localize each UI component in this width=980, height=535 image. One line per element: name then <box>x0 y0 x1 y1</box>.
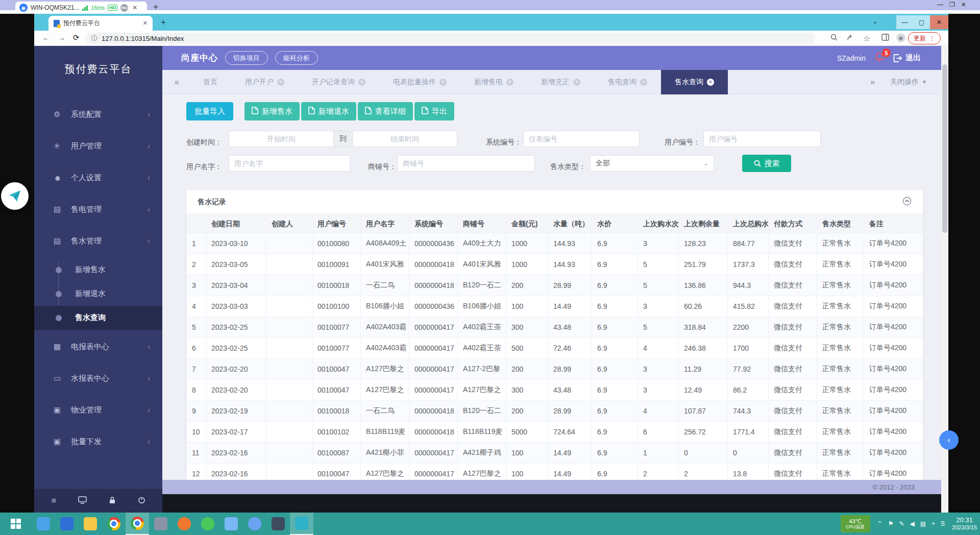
table-row[interactable]: 82023-02-2000100047A127巴黎之0000000417A127… <box>187 380 923 401</box>
table-row[interactable]: 122023-02-1600100047A127巴黎之0000000417A12… <box>187 464 923 480</box>
collapse-panel-icon[interactable] <box>902 197 912 208</box>
taskbar-chrome-icon[interactable] <box>102 513 126 535</box>
taskbar-todesk-icon[interactable] <box>290 513 313 535</box>
sidebar-item-售水管理[interactable]: ▤售水管理‹ <box>34 225 162 257</box>
start-button[interactable] <box>0 513 32 535</box>
taskbar-photos-icon[interactable] <box>219 513 243 535</box>
button-查看详细[interactable]: 查看详细 <box>358 102 413 120</box>
table-row[interactable]: 32023-03-0400100018一石二鸟0000000418B120一石二… <box>187 275 923 296</box>
tab-首页[interactable]: 首页 <box>189 70 231 94</box>
tab-用户开户[interactable]: 用户开户✕ <box>231 70 298 94</box>
rdp-new-tab-button[interactable]: + <box>153 2 158 12</box>
button-新增售水[interactable]: 新增售水 <box>244 102 300 120</box>
notification-bell-icon[interactable]: 5 <box>875 52 884 64</box>
rdp-session-tab[interactable]: ◉ WIN-OQMSK21... 16ms HD RU ✕ <box>15 2 147 14</box>
shop-no-input[interactable] <box>397 155 535 172</box>
tab-close-icon[interactable]: ✕ <box>573 79 580 86</box>
sidebar-subitem-新增退水[interactable]: 新增退水 <box>34 282 162 306</box>
tab-售电查询[interactable]: 售电查询✕ <box>594 70 661 94</box>
tab-close-icon[interactable]: ✕ <box>640 79 647 86</box>
site-info-icon[interactable]: ⓘ <box>91 34 97 43</box>
share-icon[interactable] <box>847 34 854 42</box>
browser-restore-button[interactable]: ▢ <box>913 15 930 29</box>
end-time-input[interactable] <box>352 131 457 147</box>
new-tab-button[interactable]: + <box>161 17 166 28</box>
button-批量导入[interactable]: 批量导入 <box>186 102 233 120</box>
sidebar-subitem-新增售水[interactable]: 新增售水 <box>34 258 162 282</box>
table-row[interactable]: 42023-03-0300100100B106滕小姐0000000436B106… <box>187 296 923 317</box>
browser-close-button[interactable]: ✕ <box>930 15 948 29</box>
rdp-minimize-icon[interactable]: — <box>937 1 943 8</box>
tab-电表批量操作[interactable]: 电表批量操作✕ <box>379 70 460 94</box>
search-button[interactable]: 搜索 <box>742 155 791 172</box>
tab-close-icon[interactable]: ✕ <box>143 20 148 27</box>
sidebar-item-个人设置[interactable]: ☻个人设置‹ <box>34 162 162 193</box>
sidebar-subitem-售水查询[interactable]: 售水查询 <box>34 306 162 330</box>
taskbar-file-explorer-icon[interactable] <box>79 513 102 535</box>
sidebar-item-电报表中心[interactable]: ▦电报表中心‹ <box>34 331 162 362</box>
taskbar-display-icon[interactable] <box>266 513 290 535</box>
back-icon[interactable]: ← <box>42 33 50 42</box>
button-新增退水[interactable]: 新增退水 <box>301 102 356 120</box>
table-row[interactable]: 22023-03-0500100091A401宋风雅0000000418A401… <box>187 254 923 275</box>
tabs-scroll-left-icon[interactable]: « <box>175 78 179 87</box>
taskbar-settings-icon[interactable] <box>243 513 266 535</box>
scrollbar-thumb[interactable] <box>942 64 947 233</box>
rdp-restore-icon[interactable]: ❐ <box>949 1 955 8</box>
button-导出[interactable]: 导出 <box>414 102 454 120</box>
tab-售水查询[interactable]: 售水查询✕ <box>661 70 728 94</box>
table-row[interactable]: 62023-02-2500100077A402A403霸0000000417A4… <box>187 338 923 359</box>
tray-chevron-up-icon[interactable]: ⌃ <box>877 520 883 527</box>
taskbar-fax-machine-icon[interactable] <box>149 513 173 535</box>
table-row[interactable]: 112023-02-1600100087A421椰小菲0000000417A42… <box>187 443 923 464</box>
table-row[interactable]: 52023-02-2500100077A402A403霸0000000417A4… <box>187 317 923 338</box>
logout-button[interactable]: 退出 <box>893 53 921 63</box>
menu-dots-icon[interactable]: ⋮ <box>929 35 935 42</box>
taskbar-chrome-active-icon[interactable] <box>126 513 149 535</box>
tab-close-icon[interactable]: ✕ <box>277 79 284 86</box>
power-icon[interactable] <box>138 496 145 506</box>
tray-plus-icon[interactable]: + <box>932 520 935 527</box>
remote-assist-float-ball[interactable] <box>1 182 29 210</box>
rdp-tab-close-icon[interactable]: ✕ <box>132 4 137 11</box>
lock-icon[interactable] <box>109 496 116 506</box>
rdp-close-icon[interactable]: ✕ <box>961 1 966 8</box>
sidebar-item-批量下发[interactable]: ▣批量下发‹ <box>34 426 162 457</box>
sidebar-item-用户管理[interactable]: ✳用户管理‹ <box>34 130 162 162</box>
table-row[interactable]: 12023-03-1000100080A408A409土0000000436A4… <box>187 233 923 254</box>
reload-icon[interactable]: ⟳ <box>73 33 80 42</box>
sidebar-item-系统配置[interactable]: ⚙系统配置‹ <box>34 99 162 130</box>
tray-flag-icon[interactable]: ⚑ <box>888 520 894 527</box>
tab-新增售电[interactable]: 新增售电✕ <box>460 70 527 94</box>
energy-analysis-button[interactable]: 能耗分析 <box>275 51 318 65</box>
user-name-input[interactable] <box>229 155 350 172</box>
tab-search-chevron-icon[interactable]: ⌄ <box>872 17 878 25</box>
close-operations-dropdown[interactable]: 关闭操作 ▼ <box>890 78 927 87</box>
profile-avatar[interactable]: ◉ <box>896 33 905 42</box>
tab-close-icon[interactable]: ✕ <box>506 79 513 86</box>
taskbar-xshell-icon[interactable] <box>55 513 79 535</box>
collapse-side-toolbar-button[interactable]: ‹ <box>939 430 959 450</box>
tab-close-icon[interactable]: ✕ <box>439 79 447 86</box>
tray-input-method-icon[interactable]: S <box>941 520 945 527</box>
browser-update-button[interactable]: 更新 ⋮ <box>908 32 941 44</box>
taskbar-clock[interactable]: 20:31 2023/3/15 <box>952 516 977 531</box>
tab-新增充正[interactable]: 新增充正✕ <box>527 70 594 94</box>
address-bar[interactable]: ⓘ 127.0.0.1:10315/Main/Index <box>85 33 815 44</box>
tab-close-icon[interactable]: ✕ <box>707 79 714 86</box>
tabs-scroll-right-icon[interactable]: » <box>870 78 875 87</box>
table-row[interactable]: 102023-02-1700100102B118B119麦0000000418B… <box>187 422 923 443</box>
zoom-icon[interactable] <box>830 34 838 42</box>
tray-pen-icon[interactable]: ✎ <box>899 520 904 527</box>
sidebar-item-水报表中心[interactable]: ▭水报表中心‹ <box>34 362 162 394</box>
bookmark-star-icon[interactable]: ☆ <box>863 34 870 43</box>
user-no-input[interactable] <box>703 131 821 147</box>
table-row[interactable]: 92023-02-1900100018一石二鸟0000000418B120一石二… <box>187 401 923 422</box>
sidebar-item-售电管理[interactable]: ▤售电管理‹ <box>34 193 162 225</box>
tab-close-icon[interactable]: ✕ <box>358 79 365 86</box>
switch-project-button[interactable]: 切换项目 <box>225 51 268 65</box>
taskbar-my-computer-icon[interactable] <box>32 513 55 535</box>
water-type-select[interactable]: 全部 ⌄ <box>590 155 714 172</box>
browser-minimize-button[interactable]: — <box>896 15 913 29</box>
collapse-menu-icon[interactable]: ≡ <box>51 496 56 505</box>
